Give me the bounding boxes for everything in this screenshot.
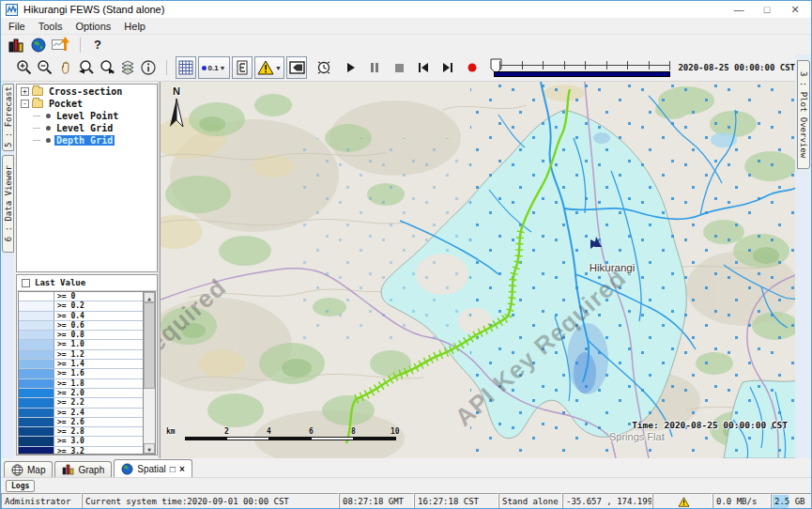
timeline-period-bar [494, 71, 670, 77]
map-time-label: Time: 2020-08-25 00:00:00 CST [632, 420, 788, 430]
menu-options[interactable]: Options [75, 21, 111, 32]
legend-table: >= 0 >= 0.2 >= 0.4 [18, 291, 156, 455]
menu-file[interactable]: File [8, 21, 25, 32]
legend-row[interactable]: >= 1.8 [19, 379, 143, 389]
expander-icon[interactable]: - [21, 100, 29, 108]
legend-row[interactable]: >= 1.0 [19, 340, 143, 349]
legend-color-swatch [19, 398, 54, 407]
pan-hand-icon [57, 59, 74, 76]
tree-item-pocket[interactable]: - Pocket [17, 98, 157, 109]
timeline-slider[interactable] [490, 56, 672, 79]
status-warning-cell[interactable] [652, 493, 712, 509]
legend-color-swatch [19, 331, 54, 339]
legend-threshold-label: >= 2.4 [54, 409, 84, 417]
previous-frame-button[interactable] [413, 56, 434, 79]
tab-map-label: Map [27, 465, 45, 475]
scroll-down-icon[interactable]: ▼ [144, 443, 155, 454]
legend-row[interactable]: >= 1.6 [19, 369, 143, 378]
pause-button[interactable] [364, 56, 385, 79]
pause-icon [368, 61, 381, 74]
animation-export-button[interactable] [286, 56, 307, 79]
record-button[interactable] [462, 56, 483, 79]
tree-item-depth-grid[interactable]: Depth Grid [17, 134, 157, 146]
scale-bar-segments [185, 437, 396, 440]
close-button[interactable]: ✕ [781, 1, 809, 18]
tab-data-viewer[interactable]: 6 : Data Viewer [2, 155, 14, 253]
menu-help[interactable]: Help [124, 21, 146, 32]
menu-tools[interactable]: Tools [38, 21, 63, 32]
title-bar[interactable]: Hikurangi FEWS (Stand alone) — □ ✕ [1, 1, 812, 18]
legend-row[interactable]: >= 2.0 [19, 389, 143, 398]
info-button[interactable] [138, 56, 159, 79]
data-display-button[interactable] [50, 36, 72, 54]
legend-row[interactable]: >= 0 [19, 292, 143, 301]
next-frame-button[interactable] [437, 56, 458, 79]
zoom-previous-icon [78, 59, 95, 76]
legend-row[interactable]: >= 2.2 [19, 398, 143, 408]
folder-icon [32, 100, 43, 108]
tab-maximize-icon[interactable]: □ [170, 464, 176, 474]
tab-graph[interactable]: Graph [54, 461, 112, 477]
legend-scrollbar[interactable]: ▲ ▼ [143, 292, 155, 454]
legend-row[interactable]: >= 0.4 [19, 312, 143, 321]
tree-item-level-grid[interactable]: Level Grid [17, 122, 157, 133]
tab-close-icon[interactable]: × [179, 464, 185, 474]
tab-plot-overview[interactable]: 3 : Plot Overview [797, 60, 810, 169]
legend-row[interactable]: >= 3.0 [19, 437, 143, 446]
legend-row[interactable]: >= 3.2 [19, 447, 143, 455]
zoom-next-icon [99, 59, 115, 76]
forecast-manager-button[interactable] [5, 36, 27, 54]
classification-button[interactable] [232, 56, 253, 79]
tab-spatial[interactable]: Spatial □ × [114, 459, 192, 477]
legend-color-swatch [19, 340, 54, 348]
help-button[interactable]: ? [88, 38, 107, 52]
label-decimal-button[interactable]: 0.1 ▼ [198, 56, 230, 79]
zoom-in-button[interactable] [14, 56, 35, 79]
zoom-out-icon [37, 59, 54, 76]
minimize-button[interactable]: — [725, 1, 753, 18]
pan-button[interactable] [55, 56, 76, 79]
legend-color-swatch [19, 447, 54, 455]
logs-button[interactable]: Logs [6, 480, 35, 492]
legend-row[interactable]: >= 0.6 [19, 321, 143, 331]
legend-row[interactable]: >= 2.4 [19, 409, 143, 418]
legend-row[interactable]: >= 2.8 [19, 427, 143, 437]
legend-threshold-label: >= 2.2 [54, 398, 84, 407]
zoom-previous-button[interactable] [76, 56, 97, 79]
tab-map[interactable]: Map [4, 461, 53, 477]
maximize-button[interactable]: □ [753, 1, 781, 18]
record-icon [466, 61, 479, 74]
legend-color-swatch [19, 360, 54, 368]
legend-row[interactable]: >= 1.4 [19, 360, 143, 369]
tree-item-level-point[interactable]: Level Point [17, 110, 157, 121]
globe-icon [121, 463, 133, 475]
legend-row[interactable]: >= 0.2 [19, 301, 143, 311]
legend-threshold-label: >= 1.0 [54, 340, 84, 348]
tree-item-cross-section[interactable]: + Cross-section [17, 85, 157, 97]
legend-threshold-label: >= 0 [54, 292, 75, 301]
tab-forecast[interactable]: 5 : Forecast [2, 84, 14, 151]
bullet-icon [46, 138, 51, 143]
scrollbar-thumb[interactable] [144, 302, 155, 389]
scroll-up-icon[interactable]: ▲ [144, 292, 155, 302]
scale-tick-label: 10 [391, 427, 400, 436]
legend-row[interactable]: >= 2.6 [19, 418, 143, 427]
scale-tick-label: 8 [351, 427, 356, 436]
last-value-checkbox[interactable] [22, 279, 30, 287]
expander-icon[interactable]: + [21, 87, 29, 96]
warning-threshold-button[interactable]: ▼ [254, 56, 284, 79]
legend-row[interactable]: >= 1.2 [19, 350, 143, 360]
legend-row[interactable]: >= 0.8 [19, 331, 143, 340]
play-button[interactable] [340, 56, 360, 79]
animation-settings-button[interactable] [314, 56, 334, 79]
zoom-next-button[interactable] [97, 56, 117, 79]
zoom-out-button[interactable] [35, 56, 55, 79]
map-display-button[interactable] [27, 36, 50, 54]
layers-button[interactable] [117, 56, 138, 79]
map-toolbar: 0.1 ▼ ▼ [1, 54, 797, 82]
map-viewport[interactable]: N API Key Required API Key Required Hiku… [160, 82, 797, 458]
toolbar-separator [80, 38, 81, 53]
legend-color-swatch [19, 350, 54, 359]
stop-button[interactable] [389, 56, 409, 79]
grid-display-button[interactable] [176, 56, 196, 79]
